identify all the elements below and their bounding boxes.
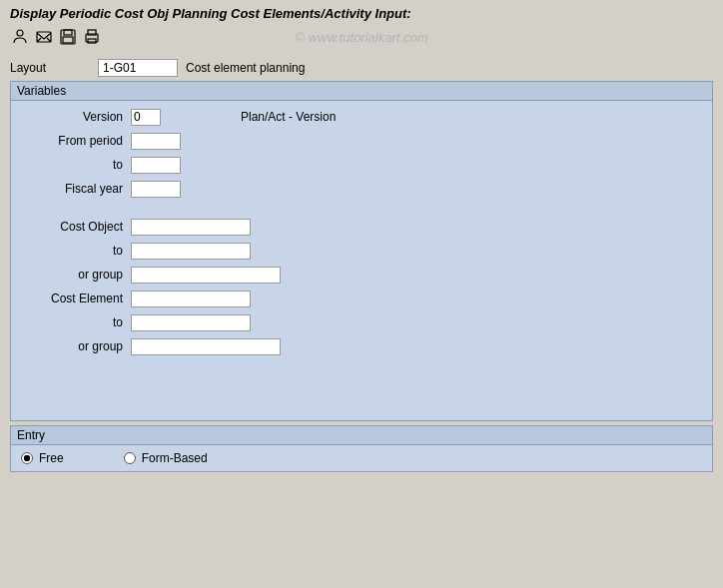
layout-description: Cost element planning: [186, 61, 305, 75]
version-row: Version Plan/Act - Version: [21, 107, 702, 127]
fiscal-year-label: Fiscal year: [21, 182, 131, 196]
variables-header: Variables: [11, 82, 712, 101]
cost-object-to-row: to: [21, 241, 702, 261]
entry-section: Entry Free Form-Based: [10, 425, 713, 472]
to-row: to: [21, 155, 702, 175]
from-period-input[interactable]: [131, 133, 181, 150]
cost-object-group-row: or group: [21, 265, 702, 285]
person-icon[interactable]: [10, 27, 30, 47]
layout-row: Layout Cost element planning: [10, 55, 713, 81]
free-radio[interactable]: [21, 452, 33, 464]
version-input[interactable]: [131, 109, 161, 126]
main-window: Display Periodic Cost Obj Planning Cost …: [0, 0, 723, 588]
cost-element-group-label: or group: [21, 339, 131, 353]
svg-rect-6: [63, 37, 73, 43]
cost-object-row: Cost Object: [21, 217, 702, 237]
to-input[interactable]: [131, 157, 181, 174]
print-icon[interactable]: [82, 27, 102, 47]
fiscal-year-input[interactable]: [131, 181, 181, 198]
cost-element-input[interactable]: [131, 291, 251, 307]
save-icon[interactable]: [58, 27, 78, 47]
version-label: Version: [21, 110, 131, 124]
layout-input[interactable]: [98, 59, 178, 77]
svg-point-0: [17, 30, 23, 36]
free-label: Free: [39, 451, 64, 465]
cost-element-to-label: to: [21, 315, 131, 329]
cost-object-input[interactable]: [131, 219, 251, 236]
free-radio-group[interactable]: Free: [21, 451, 64, 465]
cost-element-to-row: to: [21, 312, 702, 332]
form-based-radio-group[interactable]: Form-Based: [124, 451, 208, 465]
cost-element-group-input[interactable]: [131, 338, 281, 355]
cost-object-to-label: to: [21, 244, 131, 258]
fiscal-year-row: Fiscal year: [21, 179, 702, 199]
cost-object-to-input[interactable]: [131, 243, 251, 260]
form-based-radio[interactable]: [124, 452, 136, 464]
from-period-row: From period: [21, 131, 702, 151]
svg-rect-9: [88, 39, 96, 43]
page-title: Display Periodic Cost Obj Planning Cost …: [10, 6, 411, 21]
to-label: to: [21, 158, 131, 172]
cost-object-group-input[interactable]: [131, 267, 281, 284]
entry-header: Entry: [11, 426, 712, 445]
watermark: © www.tutorialkart.com: [295, 30, 427, 45]
entry-content: Free Form-Based: [11, 445, 712, 471]
cost-object-group-label: or group: [21, 268, 131, 282]
variables-content: Version Plan/Act - Version From period t…: [11, 101, 712, 420]
main-content: Layout Cost element planning Variables V…: [0, 51, 723, 588]
cost-object-label: Cost Object: [21, 220, 131, 234]
cost-element-group-row: or group: [21, 336, 702, 356]
from-period-label: From period: [21, 134, 131, 148]
email-icon[interactable]: [34, 27, 54, 47]
cost-element-to-input[interactable]: [131, 314, 251, 331]
cost-element-row: Cost Element: [21, 289, 702, 308]
toolbar: © www.tutorialkart.com: [0, 25, 723, 51]
cost-element-label: Cost Element: [21, 292, 131, 305]
layout-label: Layout: [10, 61, 90, 75]
svg-rect-5: [64, 30, 72, 35]
form-based-label: Form-Based: [142, 451, 208, 465]
variables-section: Variables Version Plan/Act - Version Fro…: [10, 81, 713, 421]
plan-act-label: Plan/Act - Version: [241, 110, 336, 124]
title-bar: Display Periodic Cost Obj Planning Cost …: [0, 0, 723, 25]
